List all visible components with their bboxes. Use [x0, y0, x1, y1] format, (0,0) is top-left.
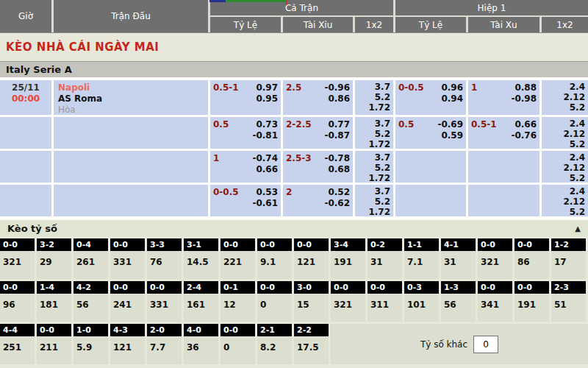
score-label: 0-2	[368, 238, 402, 251]
score-odds[interactable]: 321	[331, 294, 365, 322]
score-odds[interactable]: 241	[110, 294, 145, 322]
ft-overunder-cell[interactable]: 20.52-0.62	[283, 185, 353, 216]
ft-handicap-cell[interactable]: 1-0.740.66	[210, 151, 281, 183]
h1-overunder-cell[interactable]: 10.88-0.98	[468, 80, 539, 115]
ft-1x2-cell-odds: 3.7	[355, 118, 393, 129]
score-col: 1-217	[551, 238, 586, 279]
score-odds[interactable]: 261	[74, 251, 108, 279]
score-col: 3-015	[294, 281, 329, 322]
score-label: 3-0	[294, 281, 329, 294]
score-odds[interactable]: 86	[514, 251, 549, 279]
score-odds[interactable]: 9.1	[257, 251, 292, 279]
ft-handicap-cell[interactable]: 0.50.73-0.81	[210, 117, 281, 149]
score-odds[interactable]: 321	[0, 251, 35, 279]
score-odds[interactable]: 29	[37, 251, 71, 279]
score-odds[interactable]: 76	[147, 251, 182, 279]
ft-1x2-cell-odds: 5.2	[355, 92, 393, 102]
h1-1x2-cell-odds: 2.4	[542, 82, 588, 92]
score-odds[interactable]: 311	[368, 294, 402, 322]
score-odds[interactable]: 17.5	[294, 336, 329, 364]
score-label: 0-4	[74, 238, 108, 251]
score-odds[interactable]: 5.9	[74, 336, 108, 364]
ft-handicap-cell[interactable]: 0.5-10.970.95	[210, 80, 281, 115]
ft-handicap-cell[interactable]: 0-0.50.53-0.61	[210, 185, 281, 216]
h1-overunder-cell[interactable]: 0.5-10.66-0.76	[468, 117, 539, 149]
ft-overunder-cell-line: 2-2.5	[286, 119, 312, 130]
ft-1x2-cell[interactable]: 3.75.21.72	[355, 117, 393, 149]
ft-overunder-cell[interactable]: 2.5-3-0.780.68	[283, 151, 353, 183]
score-odds[interactable]: 221	[220, 251, 255, 279]
header-first-half-group: Hiệp 1	[395, 0, 588, 15]
h1-handicap-cell[interactable]	[395, 151, 466, 183]
ft-handicap-cell-odds: -0.74	[210, 153, 281, 164]
score-odds[interactable]: 321	[478, 251, 512, 279]
other-score-input[interactable]	[473, 336, 498, 353]
score-col: 2-18.2	[257, 324, 292, 364]
score-odds[interactable]: 56	[74, 294, 108, 322]
score-odds[interactable]: 121	[294, 251, 329, 279]
score-odds[interactable]: 36	[184, 336, 218, 364]
score-odds[interactable]: 101	[404, 294, 439, 322]
score-odds[interactable]: 191	[331, 251, 365, 279]
h1-1x2-cell[interactable]: 2.42.125.2	[542, 80, 588, 115]
ft-1x2-cell[interactable]: 3.75.21.72	[355, 151, 393, 183]
score-label: 0-0	[368, 281, 402, 294]
score-col: 4-3121	[110, 324, 145, 364]
score-odds[interactable]: 341	[478, 294, 512, 322]
score-odds[interactable]: 7.7	[147, 336, 182, 364]
ft-1x2-cell-odds: 5.2	[355, 197, 393, 207]
score-label: 4-0	[184, 324, 218, 336]
score-odds[interactable]: 8.2	[257, 336, 292, 364]
h1-1x2-cell[interactable]: 2.42.125.2	[542, 117, 588, 149]
ft-1x2-cell-odds: 3.7	[355, 186, 393, 197]
score-col: 0-00	[257, 281, 292, 322]
h1-1x2-cell[interactable]: 2.42.125.2	[542, 151, 588, 183]
score-odds[interactable]: 211	[37, 336, 71, 364]
score-odds[interactable]: 191	[514, 294, 549, 322]
score-odds[interactable]: 331	[147, 294, 182, 322]
match-date: 25/11	[0, 82, 51, 93]
header-table: Giờ Trận Đấu Cả Trận Hiệp 1 Tỷ Lệ Tài Xỉ…	[0, 0, 588, 33]
score-odds[interactable]: 31	[368, 251, 402, 279]
ft-handicap-cell-line: 0-0.5	[213, 187, 239, 197]
score-label: 2-3	[551, 281, 586, 294]
ft-1x2-cell-odds: 1.72	[355, 139, 393, 149]
score-odds[interactable]: 51	[551, 294, 586, 322]
collapse-arrow-icon[interactable]: ▲	[575, 224, 581, 233]
ft-overunder-cell[interactable]: 2-2.50.77-0.87	[283, 117, 353, 149]
score-odds[interactable]: 96	[0, 294, 35, 322]
score-odds[interactable]: 121	[110, 336, 145, 364]
header-full-time-group: Cả Trận	[210, 0, 393, 15]
score-col: 0-112	[220, 281, 255, 322]
score-odds[interactable]: 12	[220, 294, 255, 322]
score-odds[interactable]: 17	[551, 251, 586, 279]
match-cell: NapoliAS RomaHòa	[54, 80, 208, 115]
score-section-header[interactable]: Kèo tỷ số ▲	[0, 219, 588, 236]
h1-overunder-cell[interactable]	[468, 185, 539, 216]
score-odds[interactable]: 161	[184, 294, 218, 322]
ft-overunder-cell[interactable]: 2.5-0.960.86	[283, 80, 353, 115]
h1-1x2-cell[interactable]: 2.42.125.2	[542, 185, 588, 216]
ft-1x2-cell[interactable]: 3.75.21.72	[355, 185, 393, 216]
score-odds[interactable]: 31	[441, 251, 476, 279]
score-odds[interactable]: 15	[294, 294, 329, 322]
score-odds[interactable]: 0	[257, 294, 292, 322]
score-odds[interactable]: 181	[37, 294, 71, 322]
score-odds[interactable]: 56	[441, 294, 476, 322]
score-label: 0-0	[147, 281, 182, 294]
score-odds[interactable]: 251	[0, 336, 35, 364]
score-odds[interactable]: 331	[110, 251, 145, 279]
score-odds[interactable]: 0	[220, 336, 255, 364]
score-odds[interactable]: 14.5	[184, 251, 218, 279]
h1-handicap-cell[interactable]: 0-0.50.960.94	[395, 80, 466, 115]
h1-handicap-cell-odds: 0.94	[395, 93, 466, 105]
h1-handicap-cell[interactable]: 0.5-0.690.59	[395, 117, 466, 149]
h1-overunder-cell[interactable]	[468, 151, 539, 183]
h1-handicap-cell[interactable]	[395, 185, 466, 216]
ft-1x2-cell[interactable]: 3.75.21.72	[355, 80, 393, 115]
score-label: 2-4	[184, 281, 218, 294]
score-col: 0-0321	[0, 238, 35, 279]
score-grid: 0-03213-2290-42610-03313-3763-114.50-022…	[0, 238, 588, 364]
score-label: 4-1	[441, 238, 476, 251]
score-odds[interactable]: 7.1	[404, 251, 439, 279]
